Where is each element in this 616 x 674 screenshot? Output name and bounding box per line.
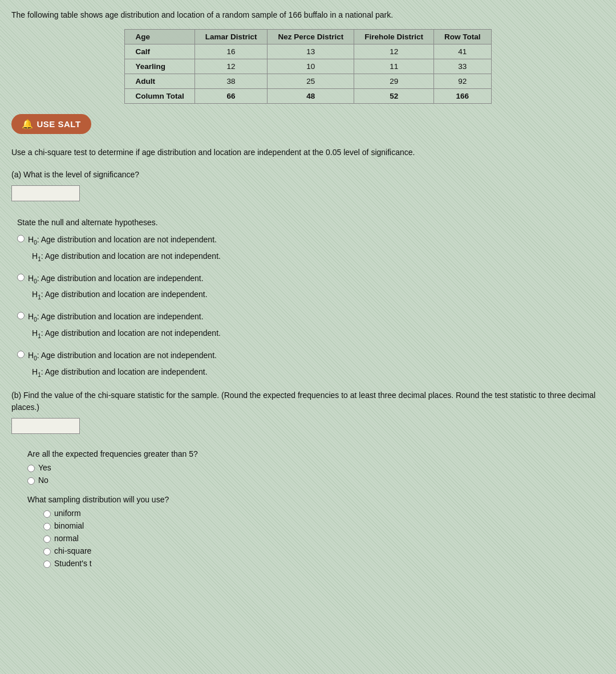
sampling-students-t-radio[interactable]: [43, 561, 51, 568]
hypothesis-3-h1: H1: Age distribution and location are no…: [32, 327, 605, 341]
sampling-chi-square-option: chi-square: [43, 546, 605, 555]
table-cell-r1-c4: 33: [434, 59, 492, 74]
expected-freq-question: Are all the expected frequencies greater…: [27, 449, 605, 458]
col-header-firehole: Firehole District: [354, 30, 434, 44]
table-cell-r2-c2: 25: [268, 74, 354, 89]
hypotheses-section: State the null and alternate hypotheses.…: [11, 217, 605, 379]
hypothesis-3-h0: H0: Age distribution and location are in…: [28, 310, 204, 324]
sampling-normal-option: normal: [43, 534, 605, 543]
table-cell-r3-c3: 52: [354, 89, 434, 104]
table-cell-r3-c1: 66: [194, 89, 268, 104]
col-header-nez: Nez Perce District: [268, 30, 354, 44]
expected-freq-yes-radio[interactable]: [27, 465, 35, 472]
hypothesis-radio-1[interactable]: [17, 235, 25, 242]
table-cell-r2-c0: Adult: [125, 74, 194, 89]
sampling-students-t-label: Student's t: [54, 559, 92, 568]
level-of-significance-input[interactable]: [11, 185, 80, 201]
table-cell-r1-c1: 12: [194, 59, 268, 74]
sampling-uniform-option: uniform: [43, 509, 605, 518]
col-header-age: Age: [125, 30, 194, 44]
sampling-chi-square-label: chi-square: [54, 546, 91, 555]
table-row: Column Total664852166: [125, 89, 491, 104]
sampling-students-t-option: Student's t: [43, 559, 605, 568]
expected-freq-yes-option: Yes: [27, 463, 605, 472]
salt-icon: 🔔: [22, 119, 34, 129]
sampling-binomial-option: binomial: [43, 521, 605, 530]
table-cell-r0-c1: 16: [194, 44, 268, 59]
table-cell-r2-c4: 92: [434, 74, 492, 89]
table-cell-r1-c0: Yearling: [125, 59, 194, 74]
col-header-row-total: Row Total: [434, 30, 492, 44]
table-cell-r1-c3: 11: [354, 59, 434, 74]
table-cell-r0-c2: 13: [268, 44, 354, 59]
sampling-question: What sampling distribution will you use?: [27, 495, 605, 504]
hypothesis-option-2: H0: Age distribution and location are in…: [17, 272, 605, 303]
sampling-options: uniform binomial normal chi-square Stude…: [27, 509, 605, 568]
expected-freq-no-radio[interactable]: [27, 477, 35, 485]
chi-square-statistic-input[interactable]: [11, 418, 80, 434]
hypothesis-2-h0: H0: Age distribution and location are in…: [28, 272, 204, 286]
sampling-chi-square-radio[interactable]: [43, 548, 51, 555]
data-table: Age Lamar District Nez Perce District Fi…: [124, 29, 491, 104]
hypothesis-radio-3[interactable]: [17, 312, 25, 319]
table-row: Adult38252992: [125, 74, 491, 89]
hypothesis-4-h1: H1: Age distribution and location are in…: [32, 366, 605, 380]
col-header-lamar: Lamar District: [194, 30, 268, 44]
chi-square-description: Use a chi-square test to determine if ag…: [11, 147, 605, 159]
table-cell-r3-c4: 166: [434, 89, 492, 104]
section-b-label: (b) Find the value of the chi-square sta…: [11, 389, 605, 413]
sampling-section: What sampling distribution will you use?…: [11, 495, 605, 568]
section-a-label: (a) What is the level of significance?: [11, 169, 605, 181]
hypothesis-option-4: H0: Age distribution and location are no…: [17, 349, 605, 380]
sampling-uniform-radio[interactable]: [43, 510, 51, 518]
hypothesis-radio-4[interactable]: [17, 351, 25, 358]
hypothesis-option-1: H0: Age distribution and location are no…: [17, 233, 605, 264]
section-a: (a) What is the level of significance?: [11, 169, 605, 206]
hypothesis-radio-2[interactable]: [17, 274, 25, 281]
expected-freq-section: Are all the expected frequencies greater…: [11, 449, 605, 485]
expected-freq-yes-label: Yes: [38, 463, 51, 472]
table-cell-r2-c1: 38: [194, 74, 268, 89]
section-b: (b) Find the value of the chi-square sta…: [11, 389, 605, 439]
hypothesis-1-h0: H0: Age distribution and location are no…: [28, 233, 217, 247]
use-salt-label: USE SALT: [37, 119, 81, 129]
hypothesis-1-h1: H1: Age distribution and location are no…: [32, 250, 605, 264]
table-cell-r3-c0: Column Total: [125, 89, 194, 104]
sampling-normal-label: normal: [54, 534, 79, 543]
table-cell-r0-c0: Calf: [125, 44, 194, 59]
expected-freq-no-option: No: [27, 476, 605, 485]
table-row: Calf16131241: [125, 44, 491, 59]
table-cell-r0-c4: 41: [434, 44, 492, 59]
hypothesis-4-h0: H0: Age distribution and location are no…: [28, 349, 217, 363]
sampling-binomial-label: binomial: [54, 521, 84, 530]
hypothesis-option-3: H0: Age distribution and location are in…: [17, 310, 605, 341]
use-salt-button[interactable]: 🔔 USE SALT: [11, 114, 91, 134]
null-hypotheses-label: State the null and alternate hypotheses.: [17, 217, 605, 229]
sampling-uniform-label: uniform: [54, 509, 81, 518]
table-cell-r3-c2: 48: [268, 89, 354, 104]
table-cell-r2-c3: 29: [354, 74, 434, 89]
table-row: Yearling12101133: [125, 59, 491, 74]
table-cell-r0-c3: 12: [354, 44, 434, 59]
sampling-binomial-radio[interactable]: [43, 523, 51, 530]
expected-freq-no-label: No: [38, 476, 48, 485]
sampling-normal-radio[interactable]: [43, 535, 51, 543]
table-cell-r1-c2: 10: [268, 59, 354, 74]
intro-text: The following table shows age distributi…: [11, 9, 605, 21]
hypothesis-2-h1: H1: Age distribution and location are in…: [32, 288, 605, 302]
